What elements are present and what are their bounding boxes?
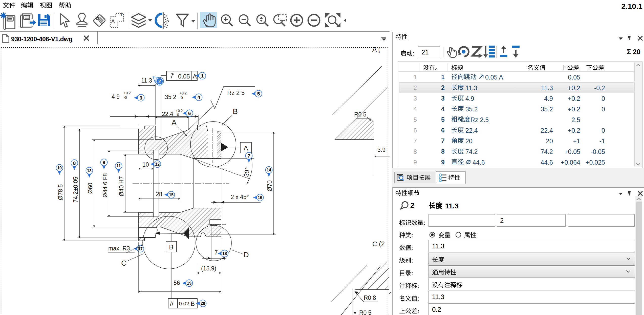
svg-text:8: 8 <box>73 161 76 166</box>
svg-text:4: 4 <box>198 95 200 100</box>
svg-text:max. R3: max. R3 <box>108 245 130 252</box>
svg-text:-0: -0 <box>176 113 179 117</box>
svg-text:(15.9): (15.9) <box>201 265 216 272</box>
svg-text:4 9: 4 9 <box>112 93 120 100</box>
svg-text:35 2: 35 2 <box>165 94 176 100</box>
svg-text:56: 56 <box>174 280 180 286</box>
svg-text:6: 6 <box>188 111 191 116</box>
svg-text:74.2±0 05: 74.2±0 05 <box>72 177 79 203</box>
svg-text:14: 14 <box>267 168 271 172</box>
svg-text:A (: A ( <box>372 46 380 53</box>
svg-text:2 x 45°: 2 x 45° <box>231 194 249 200</box>
svg-text:+0 2: +0 2 <box>124 91 131 95</box>
svg-text:13: 13 <box>87 169 92 173</box>
svg-text:A: A <box>111 18 115 24</box>
svg-text:7: 7 <box>248 153 250 159</box>
svg-text:A: A <box>171 118 177 127</box>
svg-text:7: 7 <box>214 249 218 256</box>
svg-text:3.9: 3.9 <box>377 147 385 153</box>
svg-text:B: B <box>233 107 238 115</box>
svg-text:11: 11 <box>117 164 121 168</box>
svg-text:17: 17 <box>138 247 143 251</box>
svg-text:2: 2 <box>158 79 161 84</box>
svg-text:C (2: C (2 <box>372 240 385 248</box>
svg-text:11.3: 11.3 <box>141 77 152 84</box>
svg-text:20: 20 <box>201 301 205 306</box>
svg-text:A: A <box>193 73 197 80</box>
svg-text:19: 19 <box>187 281 191 285</box>
svg-text:16: 16 <box>258 195 262 200</box>
svg-text:28: 28 <box>156 191 162 198</box>
svg-text:R0 5: R0 5 <box>359 309 372 315</box>
svg-text:20°: 20° <box>242 167 251 178</box>
svg-text:Ø78 5: Ø78 5 <box>57 184 64 200</box>
svg-text:Ø40 H7: Ø40 H7 <box>118 176 125 196</box>
svg-text:R0 5: R0 5 <box>354 111 367 118</box>
svg-text:-0: -0 <box>124 95 127 100</box>
svg-text:0 02: 0 02 <box>179 301 189 306</box>
svg-text:Ø44 6 F8: Ø44 6 F8 <box>102 173 109 198</box>
svg-text:0.05: 0.05 <box>178 73 190 80</box>
svg-text:-0: -0 <box>180 96 183 100</box>
svg-text:Ø70: Ø70 <box>266 181 273 191</box>
svg-text:10: 10 <box>57 166 62 170</box>
svg-text:B: B <box>169 243 173 251</box>
svg-text:1: 1 <box>201 73 204 78</box>
svg-text:15: 15 <box>169 193 174 197</box>
svg-text:Ø60: Ø60 <box>87 183 94 194</box>
svg-text:12: 12 <box>155 162 160 166</box>
svg-text:R0 8: R0 8 <box>364 294 376 301</box>
svg-text:C: C <box>121 259 127 267</box>
svg-text:3: 3 <box>140 95 142 101</box>
svg-text://: // <box>170 300 174 307</box>
svg-text:5: 5 <box>257 91 260 96</box>
svg-text:22.4: 22.4 <box>162 111 173 117</box>
svg-text:1: 1 <box>120 12 123 17</box>
svg-text:18: 18 <box>222 251 227 256</box>
svg-text:+0.2: +0.2 <box>180 91 187 95</box>
svg-text:10: 10 <box>142 161 149 168</box>
svg-text:A: A <box>244 144 248 152</box>
svg-text:Rz 2 5: Rz 2 5 <box>227 89 245 96</box>
svg-text:9: 9 <box>103 160 105 165</box>
svg-text:+0 2: +0 2 <box>176 109 183 113</box>
svg-text:D: D <box>243 250 249 259</box>
svg-text:B: B <box>191 300 195 307</box>
